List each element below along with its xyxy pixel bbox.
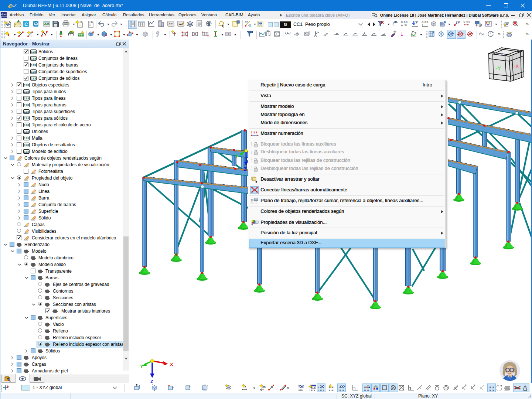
svg-text:xx: xx (262, 385, 266, 388)
svg-text:X.XX: X.XX (463, 21, 470, 24)
svg-text:Y: Y (235, 154, 238, 159)
svg-text:>>: >> (168, 22, 173, 26)
svg-text:-Z: -Z (499, 53, 503, 55)
svg-text:A: A (251, 223, 253, 226)
svg-text:Z: Z (150, 379, 153, 383)
svg-text:Y: Y (140, 364, 143, 369)
svg-text:-Y: -Y (495, 65, 501, 71)
svg-text:I: I (31, 35, 32, 38)
svg-text:-X: -X (514, 63, 519, 69)
svg-text:X.XX: X.XX (422, 20, 429, 24)
svg-text:x: x (245, 385, 246, 388)
svg-text:X: X (170, 362, 173, 367)
svg-text:1 2 3: 1 2 3 (251, 131, 258, 134)
svg-text:6: 6 (8, 3, 12, 9)
svg-text:C: C (24, 21, 28, 27)
svg-text:X.XX: X.XX (401, 20, 408, 24)
svg-text:Z: Z (244, 167, 246, 172)
svg-text:I: I (216, 35, 217, 38)
